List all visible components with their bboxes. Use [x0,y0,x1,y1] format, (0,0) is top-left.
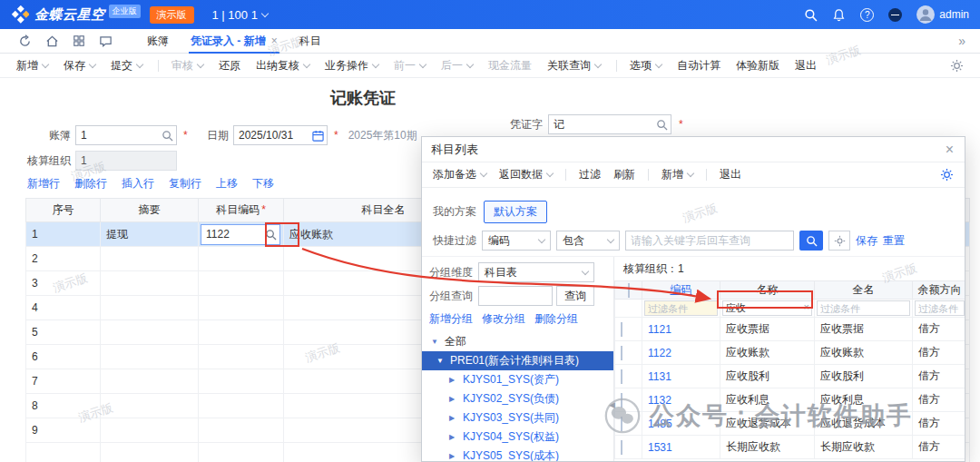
dialog-exit-button[interactable]: 退出 [720,167,741,182]
select-all-checkbox[interactable] [615,281,642,300]
cashier-review-button[interactable]: 出纳复核 [256,58,309,74]
group-dimension-select[interactable]: 科目表 [478,262,594,282]
edit-group-link[interactable]: 修改分组 [482,311,525,327]
col-header-direction[interactable]: 余额方向 [913,281,965,300]
minimize-icon[interactable] [888,8,902,22]
voucher-word-magnifier-icon[interactable] [656,119,668,131]
table-row[interactable]: 1121应收票据应收票据借方 [615,318,965,341]
related-query-button[interactable]: 关联查询 [547,58,601,74]
insert-row-link[interactable]: 插入行 [122,176,154,192]
avatar [916,5,935,24]
direction-filter-input[interactable] [915,300,965,316]
move-up-link[interactable]: 上移 [216,176,238,192]
row-checkbox[interactable] [615,388,642,412]
keyword-search-input[interactable] [625,231,794,251]
row-checkbox[interactable] [615,341,642,365]
dialog-settings-gear-icon[interactable] [940,168,954,182]
row-checkbox[interactable] [615,412,642,436]
filter-button[interactable]: 过滤 [579,167,601,182]
auto-calc-button[interactable]: 自动计算 [677,58,720,74]
search-icon[interactable] [804,8,818,22]
filter-field-select[interactable]: 编码 [482,231,551,251]
search-button[interactable] [799,231,823,251]
date-input[interactable] [239,127,306,143]
help-icon[interactable]: ? [860,8,874,22]
apps-grid-icon[interactable] [73,34,85,47]
row-checkbox[interactable] [615,436,642,459]
exit-button[interactable]: 退出 [795,58,817,74]
reset-filter-link[interactable]: 重置 [883,233,905,249]
tree-item-equity[interactable]: ▶KJYS04_SYS(权益) [422,428,613,447]
more-tabs-icon[interactable]: » [953,34,971,48]
account-lookup-magnifier-icon[interactable] [265,229,277,241]
save-filter-link[interactable]: 保存 [856,233,877,249]
toolbar-divider [158,60,159,72]
delete-group-link[interactable]: 删除分组 [534,311,578,327]
submit-button[interactable]: 提交 [111,58,142,74]
notification-bell-icon[interactable] [832,8,846,22]
tree-item-assets[interactable]: ▶KJYS01_SYS(资产) [422,370,613,389]
calendar-icon[interactable] [312,130,324,142]
filter-settings-gear-icon[interactable] [828,231,850,251]
move-down-link[interactable]: 下移 [252,176,274,192]
default-scheme-button[interactable]: 默认方案 [484,201,547,223]
fullname-filter-input[interactable] [817,300,910,316]
col-header-fullname[interactable]: 全名 [815,281,913,300]
copy-row-link[interactable]: 复制行 [169,176,201,192]
tab-account-books[interactable]: 账簿 [136,29,180,54]
tree-item-pre01[interactable]: ▼PRE01(新会计准则科目表) [422,351,613,370]
business-operation-button[interactable]: 业务操作 [325,58,378,74]
book-lookup-magnifier-icon[interactable] [162,130,173,142]
group-query-input[interactable] [478,286,553,306]
return-data-button[interactable]: 返回数据 [499,167,553,182]
voucher-word-input[interactable] [554,116,644,133]
user-menu[interactable]: admin [916,5,969,24]
tree-item-common[interactable]: ▶KJYS03_SYS(共同) [422,408,613,428]
org-account-selector[interactable]: 1 | 100 1 [212,8,268,22]
restore-button[interactable]: 还原 [219,58,240,74]
tab-accounts[interactable]: 科目 [289,29,332,54]
table-row[interactable]: 1485应收退货成本应收退货成本借方 [615,412,965,436]
close-icon[interactable]: × [944,142,956,158]
delete-row-link[interactable]: 删除行 [74,176,107,192]
book-input[interactable] [81,127,153,143]
book-field: 账簿 * [13,125,188,145]
toolbar-settings-gear-icon[interactable] [950,59,964,73]
tab-close-icon[interactable]: × [271,34,278,47]
options-button[interactable]: 选项 [630,58,662,74]
new-button[interactable]: 新增 [16,58,48,74]
panel-collapse-icon[interactable]: ◀ [609,400,615,409]
try-new-version-button[interactable]: 体验新版 [736,58,779,74]
tree-root-item[interactable]: ▼全部 [422,332,613,351]
col-header-name[interactable]: 名称 [720,281,815,300]
col-header-code[interactable]: 编码 [642,281,720,300]
account-list-dialog: 科目列表 × 添加备选 返回数据 过滤 刷新 新增 退出 我的方案 默认方案 快… [421,136,965,462]
refresh-icon[interactable] [18,34,32,48]
home-icon[interactable] [45,34,59,48]
save-button[interactable]: 保存 [64,58,95,74]
table-row[interactable]: 1122应收账款应收账款借方 [615,341,965,365]
tab-voucher-entry-new[interactable]: 凭证录入 - 新增× [180,29,289,54]
add-candidate-button[interactable]: 添加备选 [433,167,486,182]
message-icon[interactable] [99,34,113,48]
add-row-link[interactable]: 新增行 [27,176,60,192]
name-filter-input[interactable] [722,300,812,316]
tree-expanded-icon: ▼ [436,351,446,370]
refresh-button[interactable]: 刷新 [613,167,635,182]
table-row[interactable]: 1132应收利息应收利息借方 [615,388,965,412]
scheme-label: 我的方案 [433,204,476,220]
row-checkbox[interactable] [615,318,642,341]
group-query-button[interactable]: 查询 [556,286,594,306]
account-code-edit-cell[interactable]: 1122 [201,224,280,245]
clear-filter-icon[interactable]: × [804,302,809,312]
table-row[interactable]: 1531长期应收款长期应收款借方 [615,436,965,459]
row-checkbox[interactable] [615,365,642,388]
dialog-new-button[interactable]: 新增 [662,167,693,182]
table-row[interactable]: 1131应收股利应收股利借方 [615,365,965,388]
add-group-link[interactable]: 新增分组 [429,311,473,327]
filter-operator-select[interactable]: 包含 [556,231,620,251]
org-field: 核算组织 1 [13,151,177,171]
tree-item-cost[interactable]: ▶KJYS05_SYS(成本) [422,447,613,461]
tree-item-liabilities[interactable]: ▶KJYS02_SYS(负债) [422,389,613,408]
code-filter-input[interactable] [644,300,718,316]
